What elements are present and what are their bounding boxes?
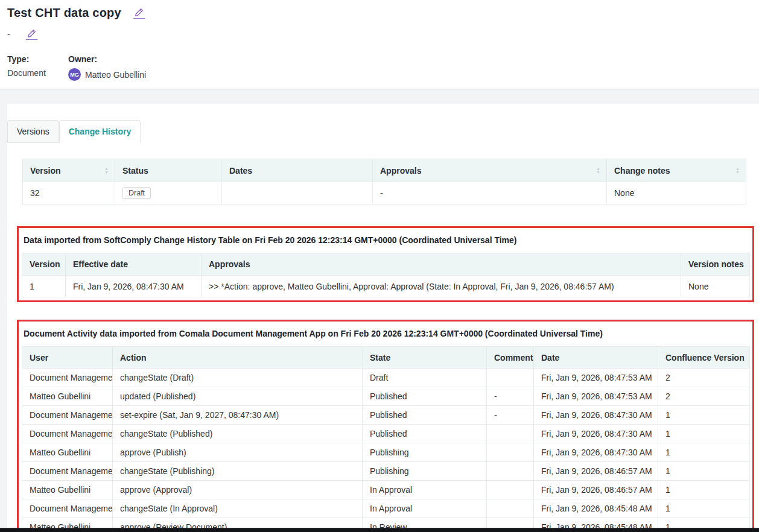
table-header-row: Version▲▼StatusDatesApprovals▲▼Change no…	[23, 159, 746, 182]
table-cell: 1	[658, 425, 750, 443]
table-cell: 1	[658, 481, 750, 499]
table-cell: approve (Publish)	[113, 443, 363, 462]
table-row: Matteo Gubelliniupdated (Published)Publi…	[22, 387, 750, 406]
table-cell: changeState (Publishing)	[113, 462, 363, 481]
column-header-label: Dates	[229, 166, 252, 176]
table-cell: changeState (In Approval)	[113, 499, 363, 518]
column-header-status: Status	[115, 159, 222, 182]
table-cell: Fri, Jan 9, 2026, 08:46:57 AM	[534, 462, 658, 481]
column-header-label: Change notes	[614, 166, 670, 176]
owner-avatar: MG	[68, 68, 81, 81]
column-header-label: Version	[30, 259, 60, 269]
edit-pencil-icon	[27, 29, 36, 38]
table-cell	[487, 481, 534, 499]
sort-arrows-icon: ▲▼	[596, 167, 600, 174]
table-cell: Fri, Jan 9, 2026, 08:47:30 AM	[534, 406, 658, 425]
column-header-label: Confluence Version	[665, 353, 745, 363]
table-cell: Matteo Gubellini	[22, 443, 113, 462]
table-cell: Document Management	[22, 369, 113, 387]
page-header: Test CHT data copy - Type: Document Owne…	[0, 0, 759, 89]
table-cell: Fri, Jan 9, 2026, 08:47:30 AM	[534, 425, 658, 443]
table-cell: 1	[658, 499, 750, 518]
page-body: Versions Change History Version▲▼StatusD…	[0, 89, 759, 530]
table-cell: 1	[658, 443, 750, 462]
table-cell: None	[681, 276, 750, 297]
table-cell: 2	[658, 369, 750, 387]
comala-import-section: Document Activity data imported from Com…	[17, 320, 754, 530]
table-cell	[487, 443, 534, 462]
table-header-row: UserActionStateCommentDateConfluence Ver…	[22, 347, 750, 369]
column-header-dates: Dates	[222, 159, 373, 182]
table-cell: Document Management	[22, 499, 113, 518]
table-cell: approve (Approval)	[113, 481, 363, 499]
column-header-action: Action	[113, 347, 363, 369]
table-row: 32Draft-None	[23, 182, 746, 204]
column-header-version: Version	[22, 253, 66, 276]
table-cell	[487, 499, 534, 518]
table-cell: Draft	[115, 182, 222, 204]
type-label: Type:	[7, 54, 68, 64]
table-cell: changeState (Published)	[113, 425, 363, 443]
edit-pencil-icon	[135, 8, 144, 17]
column-header-change-notes[interactable]: Change notes▲▼	[607, 159, 746, 182]
comala-activity-table: UserActionStateCommentDateConfluence Ver…	[22, 346, 750, 530]
table-cell	[487, 369, 534, 387]
column-header-label: User	[30, 353, 48, 363]
table-cell	[487, 462, 534, 481]
table-row: Matteo Gubelliniapprove (Publish)Publish…	[22, 443, 750, 462]
column-header-effective-date: Effective date	[66, 253, 202, 276]
column-header-label: State	[370, 353, 390, 363]
table-cell: None	[607, 182, 746, 204]
column-header-label: Version notes	[688, 259, 744, 269]
column-header-label: Status	[122, 166, 148, 176]
table-cell: Fri, Jan 9, 2026, 08:47:53 AM	[534, 387, 658, 406]
column-header-label: Approvals	[209, 259, 250, 269]
table-cell: Publishing	[363, 462, 487, 481]
column-header-confluence-version: Confluence Version	[658, 347, 750, 369]
table-cell	[222, 182, 373, 204]
table-row: 1Fri, Jan 9, 2026, 08:47:30 AM>> *Action…	[22, 276, 750, 297]
table-cell	[487, 425, 534, 443]
column-header-version[interactable]: Version▲▼	[23, 159, 115, 182]
column-header-state: State	[363, 347, 487, 369]
table-cell: -	[487, 406, 534, 425]
table-cell: Draft	[363, 369, 487, 387]
status-badge: Draft	[122, 187, 151, 199]
table-cell: Document Management	[22, 425, 113, 443]
table-cell: Fri, Jan 9, 2026, 08:45:48 AM	[534, 499, 658, 518]
table-cell: Published	[363, 387, 487, 406]
softcomply-import-table: VersionEffective dateApprovalsVersion no…	[22, 253, 750, 297]
column-header-approvals: Approvals	[202, 253, 681, 276]
comala-import-heading: Document Activity data imported from Com…	[24, 329, 749, 338]
column-header-label: Approvals	[380, 166, 421, 176]
softcomply-import-section: Data imported from SoftComply Change His…	[17, 226, 754, 302]
table-cell: Published	[363, 425, 487, 443]
edit-title-button[interactable]	[133, 8, 145, 19]
table-cell: 2	[658, 387, 750, 406]
table-cell: Fri, Jan 9, 2026, 08:46:57 AM	[534, 481, 658, 499]
owner-label: Owner:	[68, 54, 146, 64]
column-header-date: Date	[534, 347, 658, 369]
column-header-label: Effective date	[73, 259, 128, 269]
table-cell: -	[487, 387, 534, 406]
page-title: Test CHT data copy	[7, 6, 121, 20]
table-cell: Publishing	[363, 443, 487, 462]
column-header-version-notes: Version notes	[681, 253, 750, 276]
tab-versions[interactable]: Versions	[7, 120, 59, 143]
table-header-row: VersionEffective dateApprovalsVersion no…	[22, 253, 750, 276]
column-header-label: Version	[30, 166, 61, 176]
column-header-label: Action	[120, 353, 147, 363]
column-header-approvals[interactable]: Approvals▲▼	[373, 159, 607, 182]
column-header-label: Date	[541, 353, 559, 363]
table-row: Document ManagementchangeState (Publishe…	[22, 425, 750, 443]
edit-description-button[interactable]	[26, 29, 37, 40]
table-cell: >> *Action: approve, Matteo Gubellini, A…	[202, 276, 681, 297]
tab-change-history[interactable]: Change History	[59, 120, 141, 143]
column-header-comment: Comment	[487, 347, 534, 369]
type-value: Document	[7, 68, 68, 78]
table-cell: 1	[658, 462, 750, 481]
versions-table: Version▲▼StatusDatesApprovals▲▼Change no…	[22, 159, 746, 204]
table-cell: Matteo Gubellini	[22, 481, 113, 499]
table-cell: updated (Published)	[113, 387, 363, 406]
softcomply-import-heading: Data imported from SoftComply Change His…	[24, 235, 749, 245]
